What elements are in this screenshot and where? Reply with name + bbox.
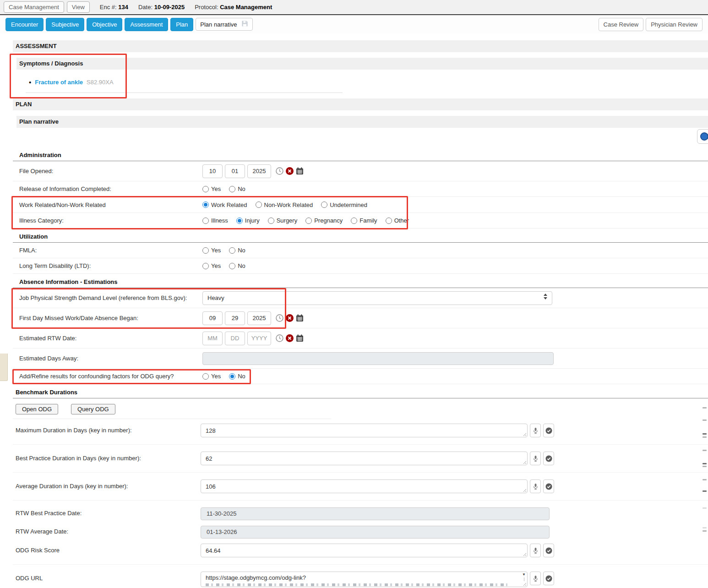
resize-grip-icon[interactable] xyxy=(522,460,526,464)
radio-yes[interactable]: Yes xyxy=(202,247,221,254)
clear-date-icon[interactable] xyxy=(286,167,294,175)
tab-encounter[interactable]: Encounter xyxy=(5,18,44,31)
check-circle-icon[interactable] xyxy=(543,544,554,557)
first-day-day-input[interactable]: 29 xyxy=(225,311,245,325)
estimated-rtw-month-input[interactable]: MM xyxy=(202,332,223,345)
diagnosis-link[interactable]: Fracture of ankle xyxy=(35,79,83,86)
radio-dot[interactable] xyxy=(268,218,274,224)
physician-review-button[interactable]: Physician Review xyxy=(646,18,703,31)
calendar-icon[interactable] xyxy=(296,314,304,322)
radio-dot[interactable] xyxy=(386,218,392,224)
job-strength-select[interactable]: Heavy xyxy=(202,291,552,305)
file-opened-month-input[interactable]: 10 xyxy=(202,164,223,178)
mic-icon[interactable] xyxy=(530,544,541,557)
clear-date-icon[interactable] xyxy=(286,314,294,322)
radio-surgery[interactable]: Surgery xyxy=(268,217,298,224)
odg-url-textarea[interactable]: https://stage.odgbymcg.com/odg-link? ▼ xyxy=(201,572,528,587)
estimated-rtw-year-input[interactable]: YYYY xyxy=(247,332,271,345)
radio-dot[interactable] xyxy=(229,186,235,192)
radio-undetermined[interactable]: Undetermined xyxy=(321,201,367,208)
query-odg-button[interactable]: Query ODG xyxy=(71,404,115,414)
mic-icon[interactable] xyxy=(530,452,541,465)
radio-no[interactable]: No xyxy=(229,185,245,192)
tab-objective[interactable]: Objective xyxy=(87,18,122,31)
plan-section-header: PLAN xyxy=(13,98,708,110)
view-button[interactable]: View xyxy=(67,1,90,13)
mic-icon[interactable] xyxy=(530,572,541,585)
estimated-days-away-input xyxy=(202,352,554,365)
scroll-marker xyxy=(703,490,707,492)
radio-dot[interactable] xyxy=(202,373,209,380)
calendar-icon[interactable] xyxy=(296,167,304,175)
radio-yes[interactable]: Yes xyxy=(202,373,221,380)
radio-no[interactable]: No xyxy=(229,373,245,380)
check-circle-icon[interactable] xyxy=(543,424,554,437)
first-day-month-input[interactable]: 09 xyxy=(202,311,223,325)
tab-plan-narrative[interactable]: Plan narrative xyxy=(196,18,252,31)
scrollbar-track[interactable] xyxy=(524,577,524,581)
tab-subjective[interactable]: Subjective xyxy=(46,18,84,31)
check-circle-icon[interactable] xyxy=(543,572,554,585)
resize-grip-icon[interactable] xyxy=(522,488,526,492)
radio-dot[interactable] xyxy=(351,218,357,224)
radio-no[interactable]: No xyxy=(229,247,245,254)
clock-icon[interactable] xyxy=(276,314,283,322)
best-practice-duration-textarea[interactable]: 62 xyxy=(201,452,528,465)
radio-no[interactable]: No xyxy=(229,262,245,269)
clock-icon[interactable] xyxy=(276,167,283,175)
clock-icon[interactable] xyxy=(276,334,283,342)
radio-yes[interactable]: Yes xyxy=(202,262,221,269)
first-day-year-input[interactable]: 2025 xyxy=(247,311,271,325)
radio-dot[interactable] xyxy=(305,218,312,224)
check-circle-icon[interactable] xyxy=(543,479,554,493)
open-odg-button[interactable]: Open ODG xyxy=(16,404,58,414)
odg-risk-score-textarea[interactable]: 64.64 xyxy=(201,544,528,557)
radio-dot[interactable] xyxy=(202,201,209,208)
radio-dot[interactable] xyxy=(229,247,235,254)
radio-dot[interactable] xyxy=(202,247,209,254)
radio-dot[interactable] xyxy=(236,218,243,224)
calendar-icon[interactable] xyxy=(296,334,304,342)
radio-dot[interactable] xyxy=(202,218,209,224)
radio-label: No xyxy=(238,247,245,254)
resize-grip-icon[interactable] xyxy=(522,552,526,556)
save-icon[interactable] xyxy=(241,20,248,28)
tab-plan[interactable]: Plan xyxy=(170,18,193,31)
radio-work-related[interactable]: Work Related xyxy=(202,201,247,208)
scroll-marker xyxy=(703,479,707,480)
rtw-average-row: RTW Average Date: 01-13-2026 xyxy=(13,526,708,539)
file-opened-day-input[interactable]: 01 xyxy=(225,164,245,178)
tab-assessment[interactable]: Assessment xyxy=(125,18,168,31)
radio-family[interactable]: Family xyxy=(351,217,377,224)
mic-icon[interactable] xyxy=(530,424,541,437)
radio-yes[interactable]: Yes xyxy=(202,185,221,192)
resize-grip-icon[interactable] xyxy=(522,582,526,586)
rtw-best-practice-label: RTW Best Practice Date: xyxy=(16,507,201,517)
radio-dot[interactable] xyxy=(229,263,235,269)
max-duration-textarea[interactable]: 128 xyxy=(201,424,528,437)
radio-dot[interactable] xyxy=(229,373,235,380)
case-management-button[interactable]: Case Management xyxy=(4,1,64,13)
radio-other[interactable]: Other xyxy=(386,217,409,224)
file-opened-year-input[interactable]: 2025 xyxy=(247,164,271,178)
clipped-side-button[interactable] xyxy=(697,129,708,144)
check-circle-icon[interactable] xyxy=(543,452,554,465)
radio-non-work-related[interactable]: Non-Work Related xyxy=(256,201,313,208)
file-opened-row: File Opened: 10 01 2025 xyxy=(13,161,708,181)
radio-label: Injury xyxy=(245,217,260,224)
resize-grip-icon[interactable] xyxy=(522,432,526,436)
scrollbar-down-icon[interactable]: ▼ xyxy=(522,573,526,577)
mic-icon[interactable] xyxy=(530,479,541,493)
radio-dot[interactable] xyxy=(321,201,327,208)
radio-illness[interactable]: Illness xyxy=(202,217,228,224)
clear-date-icon[interactable] xyxy=(286,334,294,342)
average-duration-textarea[interactable]: 106 xyxy=(201,479,528,493)
radio-injury[interactable]: Injury xyxy=(236,217,260,224)
radio-dot[interactable] xyxy=(202,186,209,192)
radio-pregnancy[interactable]: Pregnancy xyxy=(305,217,343,224)
radio-dot[interactable] xyxy=(256,201,262,208)
radio-dot[interactable] xyxy=(202,263,209,269)
scroll-marker xyxy=(703,450,707,451)
case-review-button[interactable]: Case Review xyxy=(599,18,644,31)
estimated-rtw-day-input[interactable]: DD xyxy=(225,332,245,345)
